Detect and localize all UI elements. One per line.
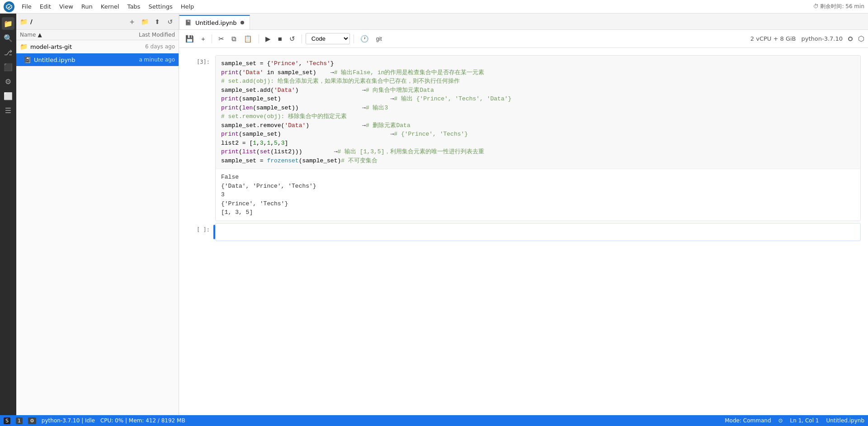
cut-button[interactable]: ✂: [216, 33, 227, 45]
tab-modified-dot: [241, 21, 244, 24]
activity-search[interactable]: 🔍: [2, 32, 14, 44]
menu-file[interactable]: File: [18, 2, 35, 11]
save-button[interactable]: 💾: [183, 33, 197, 45]
name-column-label: Name: [20, 32, 36, 38]
app-logo: [4, 1, 14, 12]
menu-run[interactable]: Run: [78, 2, 96, 11]
cells-container: [3]: sample_set = {'Prince', 'Techs'} pr…: [179, 48, 868, 415]
activity-list[interactable]: ☰: [2, 104, 14, 117]
notebook-area: 📓 Untitled.ipynb 💾 + ✂ ⧉ 📋 ▶ ■ ↺ Code Ma…: [179, 14, 868, 415]
notebook-toolbar: 💾 + ✂ ⧉ 📋 ▶ ■ ↺ Code Markdown Raw 🕐 git …: [179, 30, 868, 48]
stop-button[interactable]: ■: [275, 33, 285, 44]
run-button[interactable]: ▶: [263, 33, 274, 45]
tab-label: Untitled.ipynb: [195, 19, 237, 26]
menu-settings[interactable]: Settings: [145, 2, 176, 11]
s-badge: S: [4, 417, 10, 424]
mode-indicator: Mode: Command: [725, 417, 771, 424]
main-layout: 📁 🔍 ⎇ ⬛ ⚙ ⬜ ☰ 📁 / + 📁 ⬆ ↺ Name ▲ La: [0, 14, 868, 415]
cell-2: [ ]:: [179, 223, 868, 241]
activity-settings[interactable]: ⚙: [2, 75, 14, 88]
cpu-mem-status: CPU: 0% | Mem: 412 / 8192 MB: [100, 417, 185, 424]
notebook-filename: Untitled.ipynb: [34, 57, 75, 63]
folder-modified-date: 6 days ago: [145, 43, 175, 50]
sidebar-toolbar: 📁 / + 📁 ⬆ ↺: [16, 14, 179, 30]
activity-extensions[interactable]: ⬛: [2, 61, 14, 73]
tab-bar: 📓 Untitled.ipynb: [179, 14, 868, 30]
new-file-icon[interactable]: +: [127, 17, 137, 27]
folder-icon: 📁: [20, 43, 28, 50]
modified-column-label: Last Modified: [139, 32, 175, 38]
notebook-icon: 📓: [24, 56, 31, 63]
restart-button[interactable]: ↺: [287, 33, 298, 45]
menu-tabs[interactable]: Tabs: [124, 2, 144, 11]
cell-1-prompt: [3]:: [179, 55, 215, 69]
cell-1-input[interactable]: sample_set = {'Prince', 'Techs'} print('…: [216, 56, 860, 169]
activity-terminal[interactable]: ⬜: [2, 90, 14, 102]
sidebar-root-label: /: [30, 18, 33, 25]
cell-1: [3]: sample_set = {'Prince', 'Techs'} pr…: [179, 55, 868, 221]
new-folder-icon[interactable]: 📁: [140, 17, 150, 27]
cell-2-prompt: [ ]:: [179, 223, 215, 237]
kernel-status-circle: [848, 37, 853, 41]
paste-button[interactable]: 📋: [241, 33, 255, 45]
cell-2-content[interactable]: [215, 223, 861, 241]
file-list: 📁 model-arts-git 6 days ago 📓 Untitled.i…: [16, 40, 179, 415]
cell-active-indicator: [213, 225, 215, 239]
cursor-location: Ln 1, Col 1: [790, 417, 819, 424]
activity-git[interactable]: ⎇: [2, 46, 14, 59]
activity-bar: 📁 🔍 ⎇ ⬛ ⚙ ⬜ ☰: [0, 14, 16, 415]
copy-button[interactable]: ⧉: [229, 33, 239, 45]
kernel-status: python-3.7.10 | Idle: [42, 417, 95, 424]
filename-status: Untitled.ipynb: [826, 417, 864, 424]
git-button[interactable]: git: [373, 34, 385, 44]
cell-1-output: False {'Data', 'Prince', 'Techs'} 3 {'Pr…: [216, 169, 860, 221]
notebook-modified-date: a minute ago: [139, 57, 175, 63]
sort-arrow-icon: ▲: [38, 32, 42, 38]
toolbar-divider-2: [259, 34, 259, 43]
num-badge: 1: [16, 417, 23, 424]
status-bar-right: Mode: Command ⊙ Ln 1, Col 1 Untitled.ipy…: [725, 417, 864, 424]
menu-edit[interactable]: Edit: [36, 2, 55, 11]
file-item-untitled-ipynb[interactable]: 📓 Untitled.ipynb a minute ago: [16, 53, 179, 66]
toolbar-right: 2 vCPU + 8 GiB python-3.7.10 ⬡: [750, 34, 864, 43]
file-list-header: Name ▲ Last Modified: [16, 30, 179, 40]
notebook-tab[interactable]: 📓 Untitled.ipynb: [179, 15, 250, 29]
timer: ⏱ 剩余时间: 56 min: [813, 3, 864, 10]
upload-icon[interactable]: ⬆: [152, 17, 162, 27]
cell-1-content[interactable]: sample_set = {'Prince', 'Techs'} print('…: [215, 55, 861, 221]
menu-view[interactable]: View: [56, 2, 77, 11]
kernel-resources: 2 vCPU + 8 GiB: [750, 35, 796, 42]
cell-type-select[interactable]: Code Markdown Raw: [306, 33, 350, 44]
folder-name: model-arts-git: [30, 43, 72, 50]
file-item-model-arts-git[interactable]: 📁 model-arts-git 6 days ago: [16, 40, 179, 53]
git-badge: ⚙: [28, 417, 36, 424]
refresh-icon[interactable]: ↺: [165, 17, 175, 27]
toolbar-divider-3: [302, 34, 302, 43]
menu-help[interactable]: Help: [177, 2, 198, 11]
menu-bar: File Edit View Run Kernel Tabs Settings …: [0, 0, 868, 14]
menu-kernel[interactable]: Kernel: [97, 2, 123, 11]
clock-button[interactable]: 🕐: [358, 33, 372, 45]
status-bar: S 1 ⚙ python-3.7.10 | Idle CPU: 0% | Mem…: [0, 415, 868, 426]
toolbar-divider-4: [354, 34, 354, 43]
toolbar-divider-1: [212, 34, 212, 43]
file-explorer: 📁 / + 📁 ⬆ ↺ Name ▲ Last Modified 📁 model…: [16, 14, 179, 415]
activity-files[interactable]: 📁: [2, 17, 14, 30]
kernel-name: python-3.7.10: [802, 35, 843, 42]
location-indicator: ⊙: [778, 417, 783, 424]
sidebar-toolbar-icons: + 📁 ⬆ ↺: [127, 17, 175, 27]
share-icon[interactable]: ⬡: [858, 34, 864, 43]
add-cell-button[interactable]: +: [198, 33, 208, 44]
